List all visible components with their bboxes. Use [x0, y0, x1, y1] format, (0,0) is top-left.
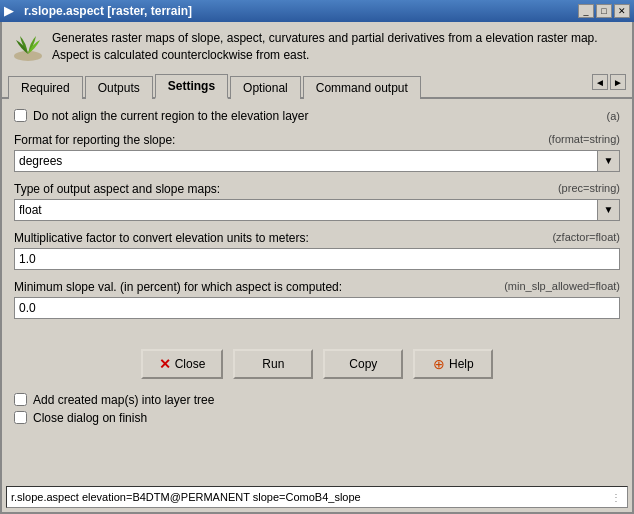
close-button[interactable]: ✕ Close: [141, 349, 224, 379]
min-slope-row: Minimum slope val. (in percent) for whic…: [14, 280, 620, 319]
align-region-checkbox[interactable]: [14, 109, 27, 122]
zfactor-label-row: Multiplicative factor to convert elevati…: [14, 231, 620, 245]
tab-optional[interactable]: Optional: [230, 76, 301, 99]
align-region-hint: (a): [607, 110, 620, 122]
help-icon: ⊕: [433, 356, 445, 372]
add-layer-tree-row: Add created map(s) into layer tree: [14, 393, 620, 407]
slope-format-input[interactable]: [14, 150, 598, 172]
close-window-button[interactable]: ✕: [614, 4, 630, 18]
zfactor-row: Multiplicative factor to convert elevati…: [14, 231, 620, 270]
output-type-hint: (prec=string): [558, 182, 620, 196]
slope-format-row: Format for reporting the slope: (format=…: [14, 133, 620, 172]
tab-next-button[interactable]: ►: [610, 74, 626, 90]
close-icon: ✕: [159, 356, 171, 372]
slope-format-hint: (format=string): [548, 133, 620, 147]
svg-point-0: [14, 51, 42, 61]
status-text: r.slope.aspect elevation=B4DTM@PERMANENT…: [11, 491, 611, 503]
window-title: r.slope.aspect [raster, terrain]: [24, 4, 192, 18]
output-type-label: Type of output aspect and slope maps:: [14, 182, 220, 196]
copy-label: Copy: [349, 357, 377, 371]
zfactor-label: Multiplicative factor to convert elevati…: [14, 231, 309, 245]
maximize-button[interactable]: □: [596, 4, 612, 18]
tabs-bar: Required Outputs Settings Optional Comma…: [2, 72, 632, 99]
app-icon: ▶: [4, 3, 20, 19]
output-type-label-row: Type of output aspect and slope maps: (p…: [14, 182, 620, 196]
run-label: Run: [262, 357, 284, 371]
slope-format-label: Format for reporting the slope:: [14, 133, 175, 147]
slope-format-dropdown-btn[interactable]: ▼: [598, 150, 620, 172]
output-type-input[interactable]: [14, 199, 598, 221]
add-layer-tree-checkbox[interactable]: [14, 393, 27, 406]
title-bar: ▶ r.slope.aspect [raster, terrain] _ □ ✕: [0, 0, 634, 22]
tab-prev-button[interactable]: ◄: [592, 74, 608, 90]
min-slope-label: Minimum slope val. (in percent) for whic…: [14, 280, 342, 294]
min-slope-label-row: Minimum slope val. (in percent) for whic…: [14, 280, 620, 294]
tab-required[interactable]: Required: [8, 76, 83, 99]
add-layer-tree-label: Add created map(s) into layer tree: [33, 393, 214, 407]
description-text: Generates raster maps of slope, aspect, …: [52, 30, 622, 64]
tab-settings[interactable]: Settings: [155, 74, 228, 99]
grass-icon: [12, 30, 44, 62]
close-label: Close: [175, 357, 206, 371]
settings-content: Do not align the current region to the e…: [2, 99, 632, 482]
output-type-dropdown-btn[interactable]: ▼: [598, 199, 620, 221]
slope-format-input-row: ▼: [14, 150, 620, 172]
action-buttons: ✕ Close Run Copy ⊕ Help: [14, 349, 620, 379]
slope-format-label-row: Format for reporting the slope: (format=…: [14, 133, 620, 147]
help-button[interactable]: ⊕ Help: [413, 349, 493, 379]
title-bar-buttons: _ □ ✕: [578, 4, 630, 18]
tab-command-output[interactable]: Command output: [303, 76, 421, 99]
min-slope-hint: (min_slp_allowed=float): [504, 280, 620, 294]
minimize-button[interactable]: _: [578, 4, 594, 18]
align-region-row: Do not align the current region to the e…: [14, 109, 620, 123]
copy-button[interactable]: Copy: [323, 349, 403, 379]
zfactor-hint: (zfactor=float): [552, 231, 620, 245]
zfactor-input[interactable]: [14, 248, 620, 270]
close-on-finish-row: Close dialog on finish: [14, 411, 620, 425]
output-type-input-row: ▼: [14, 199, 620, 221]
align-region-label: Do not align the current region to the e…: [33, 109, 601, 123]
status-bar: r.slope.aspect elevation=B4DTM@PERMANENT…: [6, 486, 628, 508]
close-on-finish-checkbox[interactable]: [14, 411, 27, 424]
help-label: Help: [449, 357, 474, 371]
tab-outputs[interactable]: Outputs: [85, 76, 153, 99]
bottom-checkboxes: Add created map(s) into layer tree Close…: [14, 393, 620, 425]
main-window: Generates raster maps of slope, aspect, …: [0, 22, 634, 514]
output-type-row: Type of output aspect and slope maps: (p…: [14, 182, 620, 221]
run-button[interactable]: Run: [233, 349, 313, 379]
close-on-finish-label: Close dialog on finish: [33, 411, 147, 425]
min-slope-input[interactable]: [14, 297, 620, 319]
tab-nav: ◄ ►: [592, 74, 626, 90]
resize-grip: ⋮: [611, 492, 623, 503]
description-area: Generates raster maps of slope, aspect, …: [2, 22, 632, 72]
